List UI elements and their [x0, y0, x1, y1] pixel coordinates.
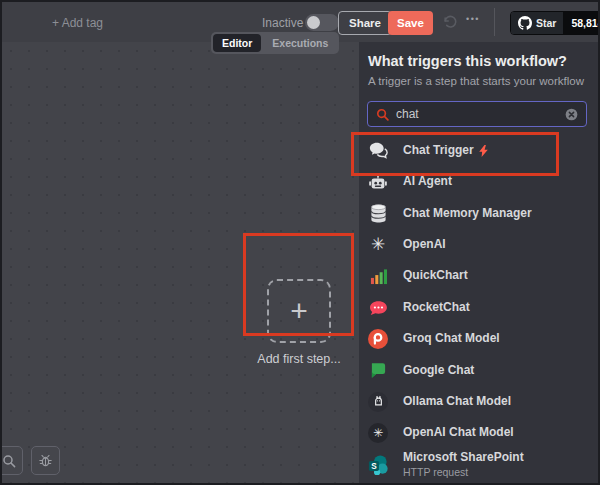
- trigger-list-item[interactable]: Groq Chat Model: [367, 323, 598, 354]
- search-icon: [376, 108, 389, 121]
- more-options-icon[interactable]: •••: [466, 14, 480, 24]
- trigger-list: Chat Trigger AI Agent Chat Memory Manage…: [367, 135, 598, 480]
- ollama-icon: [367, 392, 389, 412]
- tab-executions[interactable]: Executions: [263, 34, 337, 52]
- topbar-divider: [494, 8, 495, 36]
- bar-chart-icon: [367, 268, 389, 285]
- search-input[interactable]: [396, 107, 558, 121]
- chat-bubbles-icon: [367, 141, 389, 160]
- trigger-panel: What triggers this workflow? A trigger i…: [359, 42, 598, 483]
- add-tag-button[interactable]: + Add tag: [46, 15, 109, 31]
- trigger-list-item[interactable]: Google Chat: [367, 355, 598, 386]
- google-chat-icon: [367, 362, 389, 379]
- trigger-list-item[interactable]: Chat Memory Manager: [367, 198, 598, 229]
- add-first-step-button[interactable]: + Add first step...: [252, 279, 346, 366]
- lightning-bolt-icon: [479, 145, 488, 157]
- magnifier-icon: [2, 454, 16, 468]
- github-icon: [518, 16, 532, 30]
- view-tabs: Editor Executions: [211, 32, 339, 54]
- bug-icon: [38, 453, 53, 468]
- trigger-list-item[interactable]: S Microsoft SharePointHTTP request: [367, 449, 598, 480]
- add-step-dashed-box[interactable]: +: [267, 279, 331, 343]
- clear-search-icon[interactable]: [565, 108, 578, 121]
- rocketchat-icon: [367, 299, 389, 316]
- add-first-step-label: Add first step...: [252, 352, 346, 366]
- trigger-list-item[interactable]: Chat Trigger: [367, 135, 598, 166]
- openai-dark-icon: ✳: [367, 423, 389, 443]
- openai-icon: ✳: [367, 236, 389, 253]
- zoom-reset-button[interactable]: [0, 446, 23, 475]
- github-star-widget[interactable]: Star 58,814: [510, 11, 600, 35]
- trigger-list-item[interactable]: Ollama Chat Model: [367, 386, 598, 417]
- toggle-knob: [307, 16, 320, 29]
- undo-icon[interactable]: [442, 14, 458, 30]
- tab-editor[interactable]: Editor: [213, 34, 261, 52]
- github-star-count: 58,814: [563, 12, 600, 34]
- robot-icon: [367, 173, 389, 192]
- activate-workflow-toggle[interactable]: [305, 14, 339, 31]
- n8n-workflow-editor: + Add tag Inactive Share Save ••• Star 5…: [0, 0, 600, 485]
- trigger-list-item[interactable]: RocketChat: [367, 292, 598, 323]
- canvas-controls: [0, 446, 60, 475]
- trigger-list-item[interactable]: ✳ OpenAI: [367, 229, 598, 260]
- panel-subtitle: A trigger is a step that starts your wor…: [368, 75, 584, 87]
- trigger-list-item[interactable]: AI Agent: [367, 166, 598, 197]
- search-box: [367, 101, 587, 127]
- plus-icon: +: [290, 296, 308, 326]
- share-button[interactable]: Share: [338, 11, 392, 35]
- github-star-label: Star: [536, 17, 556, 29]
- sharepoint-icon: S: [367, 455, 389, 475]
- workflow-canvas[interactable]: + Add first step...: [2, 42, 355, 483]
- trigger-list-item[interactable]: ✳ OpenAI Chat Model: [367, 418, 598, 449]
- groq-icon: [367, 329, 389, 349]
- workflow-status-label: Inactive: [262, 16, 303, 30]
- save-button[interactable]: Save: [388, 11, 433, 35]
- debug-button[interactable]: [31, 446, 60, 475]
- database-icon: [367, 204, 389, 223]
- list-item-subtitle: HTTP request: [403, 466, 524, 478]
- svg-text:S: S: [371, 461, 377, 470]
- trigger-list-item[interactable]: QuickChart: [367, 261, 598, 292]
- panel-title: What triggers this workflow?: [368, 53, 567, 69]
